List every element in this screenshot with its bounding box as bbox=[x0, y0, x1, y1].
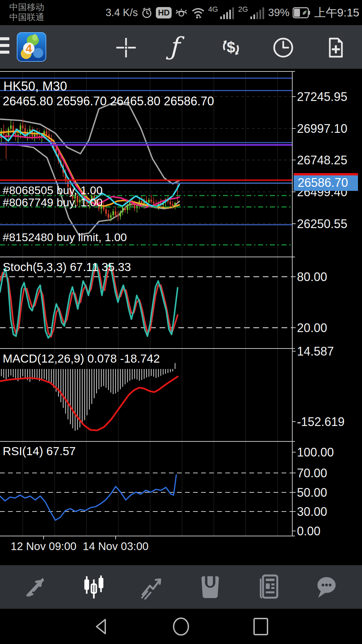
carrier-1: 中国移动 bbox=[9, 2, 44, 12]
candle-body bbox=[148, 200, 150, 203]
wifi-icon bbox=[191, 6, 205, 19]
history-clock-icon[interactable] bbox=[272, 37, 294, 59]
axis-label: 100.00 bbox=[297, 445, 334, 459]
alarm-icon bbox=[141, 7, 153, 19]
axis-label: 50.00 bbox=[297, 486, 327, 499]
bottom-nav bbox=[0, 565, 362, 609]
status-time: 上午9:15 bbox=[314, 5, 359, 20]
candle-body bbox=[105, 209, 107, 214]
candle-body bbox=[117, 215, 119, 216]
candle-body bbox=[22, 125, 24, 128]
recents-icon[interactable] bbox=[251, 617, 270, 636]
axis-label: 26997.10 bbox=[297, 122, 347, 136]
indicators-icon[interactable]: ƒ bbox=[169, 34, 178, 59]
candle-body bbox=[108, 214, 109, 218]
stoch-label: Stoch(5,3,3) 67.11 35.33 bbox=[3, 260, 131, 274]
order-label-3[interactable]: #8152480 buy limit, 1.00 bbox=[3, 231, 127, 244]
history-tab-icon[interactable] bbox=[197, 574, 223, 600]
candle-body bbox=[10, 125, 12, 129]
rsi-line bbox=[0, 475, 176, 520]
news-tab-icon[interactable] bbox=[255, 574, 281, 600]
messages-tab-icon[interactable] bbox=[313, 574, 339, 600]
current-price-text: 26586.70 bbox=[298, 176, 348, 190]
axis-label: 20.00 bbox=[297, 321, 327, 335]
axis-label: 26250.55 bbox=[297, 217, 347, 231]
battery-percent: 39% bbox=[268, 6, 290, 19]
android-nav-bar bbox=[0, 609, 362, 644]
symbol-period-label: HK50, M30 bbox=[3, 79, 67, 94]
battery-icon bbox=[293, 7, 310, 18]
bollinger-upper bbox=[0, 103, 179, 184]
order-label-1[interactable]: #8068505 buy, 1.00 bbox=[3, 184, 103, 197]
candle-body bbox=[110, 215, 112, 218]
rsi-label: RSI(14) 67.57 bbox=[3, 444, 76, 458]
charts-tab-icon[interactable] bbox=[81, 574, 107, 600]
trade-icon[interactable]: $ bbox=[220, 37, 242, 59]
app-toolbar: 4 ƒ $ bbox=[0, 25, 362, 69]
ohlc-values: 26465.80 26596.70 26465.80 26586.70 bbox=[3, 94, 214, 108]
candle-body bbox=[129, 202, 131, 206]
signal-4g-label: 4G bbox=[208, 5, 218, 14]
mt4-app-screen: 27245.9526997.1026748.2526499.4026250.55… bbox=[0, 0, 362, 644]
signal-2g-label: 2G bbox=[238, 5, 248, 14]
candle-body bbox=[153, 202, 155, 204]
trade-tab-icon[interactable] bbox=[139, 574, 165, 600]
candle-body bbox=[24, 128, 26, 135]
mt4-logo-art: 4 bbox=[17, 33, 46, 61]
axis-label: -152.619 bbox=[297, 415, 345, 429]
status-bar: 中国移动 中国联通 3.4 K/s HD bbox=[0, 0, 362, 25]
axis-label: 14.587 bbox=[297, 344, 334, 358]
time-axis-label-1: 12 Nov 09:00 bbox=[11, 540, 76, 553]
signal-4g-icon bbox=[220, 6, 235, 20]
svg-text:$: $ bbox=[227, 39, 235, 56]
axis-label: 27245.95 bbox=[297, 90, 347, 104]
order-label-2[interactable]: #8067749 buy, 1.00 bbox=[3, 196, 103, 209]
candle-body bbox=[115, 211, 117, 215]
carrier-labels: 中国移动 中国联通 bbox=[9, 2, 44, 22]
stoch-signal-line bbox=[0, 265, 178, 337]
macd-signal-line bbox=[0, 377, 178, 430]
axis-label: 70.00 bbox=[297, 466, 327, 480]
back-icon[interactable] bbox=[92, 617, 111, 636]
quotes-tab-icon[interactable] bbox=[23, 574, 49, 600]
candle-body bbox=[46, 131, 48, 135]
svg-text:4: 4 bbox=[26, 42, 32, 55]
axis-label: 0.00 bbox=[297, 524, 320, 538]
new-order-icon[interactable] bbox=[325, 37, 347, 59]
crosshair-icon[interactable] bbox=[115, 37, 137, 59]
candle-body bbox=[112, 211, 114, 215]
status-indicators: 3.4 K/s HD bbox=[106, 0, 359, 25]
candle-body bbox=[124, 208, 126, 210]
macd-label: MACD(12,26,9) 0.078 -18.742 bbox=[3, 352, 160, 365]
current-price-strip bbox=[294, 173, 358, 175]
axis-label: 26748.25 bbox=[297, 153, 347, 167]
candle-body bbox=[120, 212, 121, 216]
candle-body bbox=[172, 204, 174, 206]
time-axis-label-2: 14 Nov 03:00 bbox=[83, 540, 148, 553]
candle-body bbox=[122, 208, 124, 212]
mt4-logo[interactable]: 4 bbox=[17, 32, 46, 62]
carrier-2: 中国联通 bbox=[9, 12, 44, 22]
home-icon[interactable] bbox=[171, 617, 191, 636]
eye-icon bbox=[175, 7, 188, 19]
net-speed: 3.4 K/s bbox=[106, 7, 138, 19]
candle-body bbox=[170, 202, 171, 204]
candle-body bbox=[150, 200, 152, 202]
candle-body bbox=[127, 206, 128, 210]
signal-2g-icon bbox=[250, 6, 265, 20]
axis-label: 30.00 bbox=[297, 505, 327, 519]
axis-label: 80.00 bbox=[297, 270, 327, 284]
menu-icon[interactable] bbox=[0, 37, 10, 57]
hd-icon: HD bbox=[156, 7, 172, 18]
